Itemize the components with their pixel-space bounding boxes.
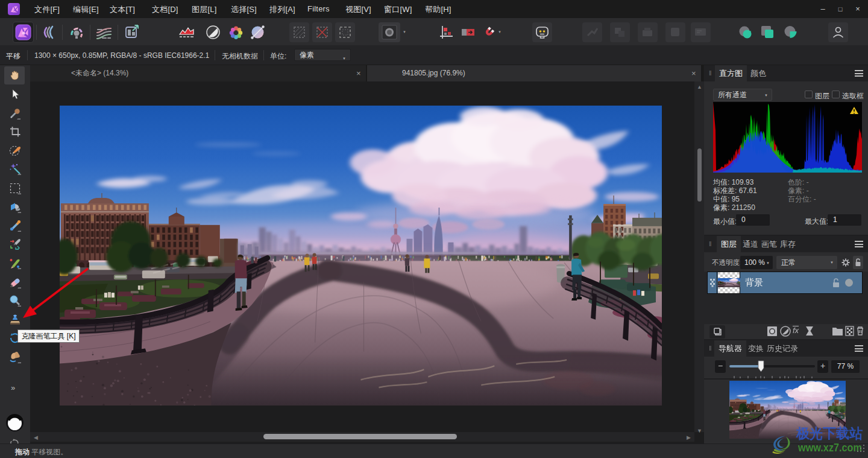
- svg-text:www.xz7.com: www.xz7.com: [797, 441, 862, 454]
- svg-text:极光下载站: 极光下载站: [796, 425, 863, 441]
